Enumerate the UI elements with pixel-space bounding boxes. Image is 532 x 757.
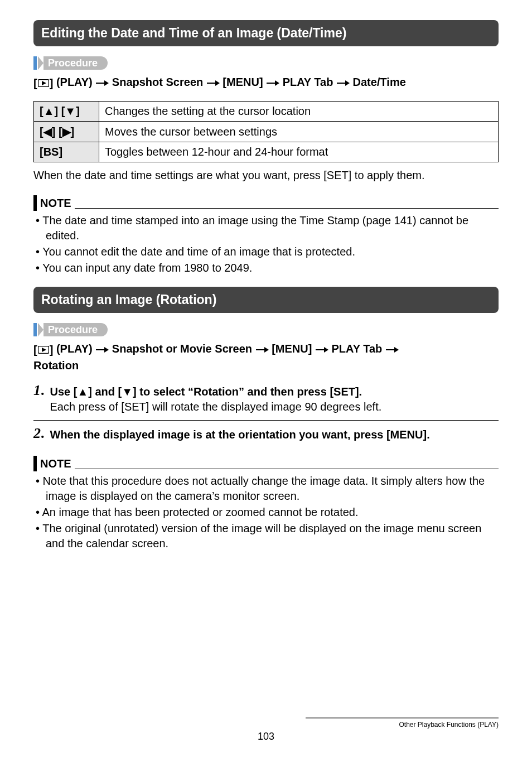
procedure-tag-2: Procedure — [33, 323, 499, 336]
proc2-playtab: PLAY Tab — [328, 343, 385, 355]
note-rule — [75, 208, 499, 209]
procedure-accent-bar — [33, 56, 37, 70]
step-2: 2. When the displayed image is at the or… — [33, 426, 499, 442]
note-heading-1: NOTE — [33, 195, 499, 211]
proc2-menu: [MENU] — [269, 343, 315, 355]
footer-rule — [306, 717, 499, 719]
page-footer: Other Playback Functions (PLAY) 103 — [0, 731, 532, 742]
list-item: The original (unrotated) version of the … — [36, 521, 499, 551]
proc1-playtab: PLAY Tab — [279, 76, 336, 88]
svg-marker-17 — [324, 347, 328, 353]
arrow-icon — [95, 346, 109, 353]
note-accent-bar — [33, 195, 37, 211]
step-number: 1. — [33, 383, 45, 398]
arrow-icon — [315, 346, 328, 353]
procedure-wedge-icon — [38, 323, 43, 336]
down-triangle-icon: ▼ — [122, 385, 133, 398]
svg-marker-11 — [42, 348, 46, 352]
key-cell: [BS] — [34, 142, 99, 162]
note-heading-2: NOTE — [33, 456, 499, 471]
table-row: [◀] [▶] Moves the cursor between setting… — [34, 122, 499, 142]
arrow-icon — [385, 346, 399, 353]
list-item: The date and time stamped into an image … — [36, 213, 499, 243]
note-accent-bar — [33, 456, 37, 471]
step1-lead-c: ] to select “Rotation” and then press [S… — [133, 385, 362, 398]
arrow-icon — [336, 80, 350, 86]
note-rule — [75, 469, 499, 469]
note-list-2: Note that this procedure does not actual… — [33, 474, 499, 551]
procedure-label: Procedure — [43, 323, 108, 336]
step-body: When the displayed image is at the orien… — [50, 426, 430, 442]
section-title-2: Rotating an Image (Rotation) — [33, 287, 499, 313]
note-list-1: The date and time stamped into an image … — [33, 213, 499, 276]
up-triangle-icon: ▲ — [77, 385, 88, 398]
procedure-label: Procedure — [43, 56, 108, 70]
footer-page-number: 103 — [0, 731, 532, 742]
list-item: You cannot edit the date and time of an … — [36, 244, 499, 259]
play-icon — [38, 346, 49, 354]
step-separator — [33, 420, 499, 421]
step1-lead-a: Use [ — [50, 385, 78, 398]
step-1: 1. Use [▲] and [▼] to select “Rotation” … — [33, 383, 499, 414]
step1-lead-b: ] and [ — [88, 385, 122, 398]
procedure-wedge-icon — [38, 56, 43, 70]
svg-marker-15 — [264, 347, 269, 353]
play-bracket-icon: [ ] — [33, 342, 53, 358]
settings-table: [▲] [▼] Changes the setting at the curso… — [33, 101, 499, 162]
step-body: Use [▲] and [▼] to select “Rotation” and… — [50, 383, 382, 414]
key-cell: [◀] [▶] — [34, 122, 99, 142]
procedure-path-2: [ ] (PLAY) Snapshot or Movie Screen [MEN… — [33, 341, 499, 373]
table-row: [BS] Toggles between 12-hour and 24-hour… — [34, 142, 499, 162]
step1-body-text: Each press of [SET] will rotate the disp… — [50, 401, 382, 413]
step-number: 2. — [33, 426, 45, 441]
section-title-1: Editing the Date and Time of an Image (D… — [33, 20, 499, 46]
val-cell: Moves the cursor between settings — [99, 122, 499, 142]
proc1-snapshot: Snapshot Screen — [109, 76, 206, 88]
key-cell: [▲] [▼] — [34, 102, 99, 122]
svg-marker-19 — [394, 347, 399, 353]
note-label: NOTE — [40, 197, 71, 211]
proc2-snapshot: Snapshot or Movie Screen — [109, 343, 255, 355]
list-item: Note that this procedure does not actual… — [36, 474, 499, 504]
proc2-play-label: (PLAY) — [53, 343, 95, 355]
play-icon — [38, 79, 49, 87]
list-item: You can input any date from 1980 to 2049… — [36, 261, 499, 276]
proc1-menu: [MENU] — [220, 76, 266, 88]
arrow-icon — [266, 80, 279, 86]
procedure-path-1: [ ] (PLAY) Snapshot Screen [MENU] PLAY T… — [33, 74, 499, 91]
svg-marker-7 — [275, 80, 279, 86]
list-item: An image that has been protected or zoom… — [36, 505, 499, 520]
svg-marker-5 — [215, 80, 220, 86]
procedure-tag-1: Procedure — [33, 56, 499, 70]
proc2-end: Rotation — [33, 359, 79, 372]
footer-right-text: Other Playback Functions (PLAY) — [399, 721, 499, 729]
note-label: NOTE — [40, 457, 71, 471]
arrow-icon — [255, 346, 269, 353]
body-after-table: When the date and time settings are what… — [33, 168, 499, 183]
proc1-play-label: (PLAY) — [53, 76, 95, 88]
svg-marker-9 — [345, 80, 350, 86]
table-row: [▲] [▼] Changes the setting at the curso… — [34, 102, 499, 122]
val-cell: Toggles between 12-hour and 24-hour form… — [99, 142, 499, 162]
arrow-icon — [95, 80, 109, 86]
procedure-accent-bar — [33, 323, 37, 336]
play-bracket-icon: [ ] — [33, 75, 53, 91]
arrow-icon — [206, 80, 220, 86]
step2-lead: When the displayed image is at the orien… — [50, 428, 430, 441]
svg-marker-1 — [42, 81, 46, 85]
proc1-end: Date/Time — [350, 76, 406, 88]
val-cell: Changes the setting at the cursor locati… — [99, 102, 499, 122]
